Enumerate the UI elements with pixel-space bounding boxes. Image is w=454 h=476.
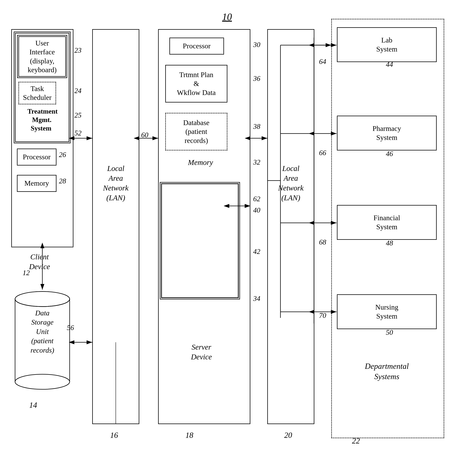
ref-34: 34 [253,294,260,303]
client-processor-box: Processor [17,149,56,166]
financial-system-box: FinancialSystem [337,205,437,240]
lan-right-column [267,29,314,424]
ref-36: 36 [253,74,260,83]
lab-system-box: LabSystem [337,27,437,62]
ref-68: 68 [319,238,326,246]
ref-40: 40 [253,206,260,214]
client-treatment-mgmt-label: TreatmentMgmt.System [15,107,68,132]
figure-number: 10 [222,11,232,22]
ref-22: 22 [352,436,360,445]
financial-system-label: FinancialSystem [372,212,401,233]
server-processor-box: Processor [169,38,224,55]
client-task-scheduler-label: TaskScheduler [22,83,53,104]
ref-44: 44 [386,60,393,68]
server-database-label: Database(patientrecords) [182,117,211,147]
pharmacy-system-label: PharmacySystem [371,123,403,144]
ref-24: 24 [74,87,82,95]
ref-48: 48 [386,239,393,247]
ref-30: 30 [253,40,260,49]
server-trtmnt-plan-box: Trtmnt Plan& Wkflow Data [165,65,227,103]
ref-70: 70 [319,311,326,320]
client-memory-box: Memory [17,175,56,192]
server-database-box: Database(patientrecords) [165,113,227,150]
pharmacy-system-box: PharmacySystem [337,116,437,150]
ref-14: 14 [29,401,37,410]
client-processor-label: Processor [21,151,52,163]
ref-12: 12 [23,269,30,277]
ref-32: 32 [253,158,260,166]
ref-64: 64 [319,57,326,66]
data-storage-label: DataStorageUnit(patientrecords) [13,308,72,355]
ref-62: 62 [253,195,260,203]
lan-left-label: LocalAreaNetwork(LAN) [93,164,139,203]
server-processor-label: Processor [181,40,212,52]
client-task-scheduler-box: TaskScheduler [18,82,56,104]
svg-rect-3 [15,292,69,300]
ref-52: 52 [74,129,82,137]
nursing-system-box: NursingSystem [337,294,437,329]
ref-26: 26 [59,150,66,159]
lab-system-label: LabSystem [375,34,399,55]
ref-60: 60 [141,131,148,139]
ref-20: 20 [284,431,292,440]
server-memory-label: Memory [160,158,241,167]
server-trtmnt-plan-label: Trtmnt Plan& Wkflow Data [175,69,217,99]
ref-38: 38 [253,122,260,131]
ref-50: 50 [386,328,393,337]
ref-23: 23 [74,46,82,54]
svg-point-2 [15,374,70,389]
client-user-interface-box: UserInterface(display,keyboard) [18,36,66,77]
departmental-label: DepartmentalSystems [337,361,437,381]
server-device-label: ServerDevice [173,342,230,362]
lan-left-column [92,29,139,424]
nursing-system-label: NursingSystem [374,301,400,322]
ref-28: 28 [59,177,66,185]
client-memory-label: Memory [23,177,51,189]
lan-right-label: LocalAreaNetwork(LAN) [268,164,314,203]
ref-25: 25 [74,111,82,119]
diagram: 10 UserInterface(display,keyboard) TaskS… [0,0,454,476]
ref-66: 66 [319,149,326,157]
ref-16: 16 [110,431,118,440]
server-treatment-outer-box [161,183,239,298]
ref-56: 56 [67,323,74,332]
client-user-interface-label: UserInterface(display,keyboard) [26,37,58,76]
ref-42: 42 [253,247,260,256]
ref-18: 18 [185,431,193,440]
ref-46: 46 [386,149,393,158]
